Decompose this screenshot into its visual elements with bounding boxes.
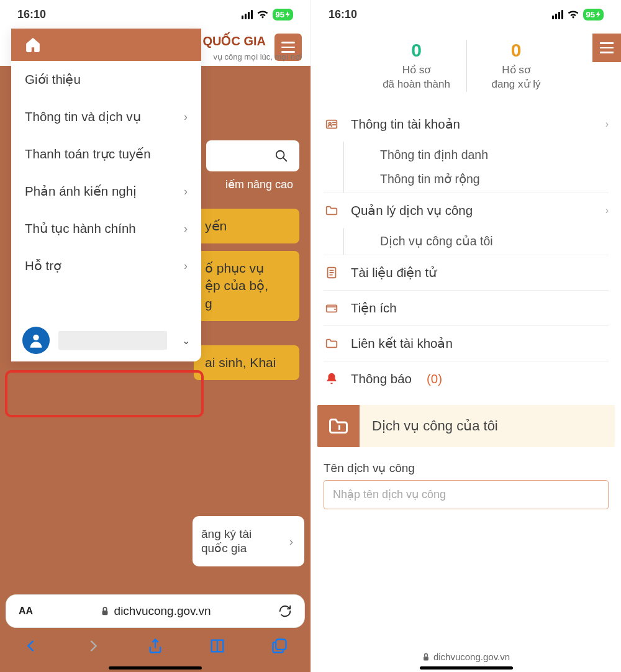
stats-row: 0 Hồ sơđã hoàn thành 0 Hồ sơđang xử lý [311, 29, 621, 107]
tabs-button[interactable] [271, 637, 288, 657]
id-card-icon [324, 117, 340, 131]
menu-sub-extended[interactable]: Thông tin mở rộng [343, 168, 609, 193]
font-size-button[interactable]: AA [19, 606, 33, 617]
page-subtitle: vụ công mọi lúc, mọi nơi [213, 52, 302, 61]
lock-icon [101, 606, 109, 616]
search-bar[interactable] [206, 140, 299, 171]
share-button[interactable] [147, 637, 164, 657]
menu-button[interactable] [592, 34, 621, 62]
bell-icon [324, 372, 340, 386]
menu-item-link-account[interactable]: Liên kết tài khoản [324, 325, 609, 361]
register-panel[interactable]: ăng ký tài quốc gia › [193, 516, 304, 566]
drawer-item-intro[interactable]: Giới thiệu [11, 61, 201, 98]
avatar-icon [22, 327, 50, 354]
wallet-icon [324, 301, 340, 315]
wifi-icon [256, 9, 269, 19]
svg-rect-8 [424, 656, 428, 660]
menu-item-services[interactable]: Quản lý dịch vụ công › [324, 193, 609, 228]
svg-rect-2 [102, 611, 107, 615]
service-card[interactable]: ố phục vụ ệp của bộ, g [194, 251, 299, 321]
menu-sub-identity[interactable]: Thông tin định danh [343, 142, 609, 168]
wifi-icon [567, 9, 579, 19]
chevron-right-icon: › [184, 260, 188, 273]
chevron-right-icon: › [184, 111, 188, 124]
folder-icon [324, 204, 340, 217]
document-icon [324, 266, 340, 279]
chevron-right-icon: › [289, 535, 293, 548]
svg-point-0 [276, 151, 284, 159]
drawer-item-info[interactable]: Thông tin và dịch vụ› [11, 98, 201, 135]
chevron-right-icon: › [605, 119, 609, 130]
status-time: 16:10 [17, 8, 46, 21]
status-time: 16:10 [329, 8, 357, 21]
navigation-drawer: Giới thiệu Thông tin và dịch vụ› Thanh t… [11, 29, 201, 361]
home-button[interactable] [11, 29, 201, 61]
drawer-item-payment[interactable]: Thanh toán trực tuyến [11, 135, 201, 173]
folder-info-icon [317, 405, 360, 447]
svg-point-1 [33, 335, 39, 340]
signal-icon [552, 10, 563, 19]
svg-rect-7 [327, 305, 337, 312]
stat-completed[interactable]: 0 Hồ sơđã hoàn thành [367, 40, 466, 92]
menu-item-account[interactable]: Thông tin tài khoản › [324, 107, 609, 142]
menu-item-notifications[interactable]: Thông báo (0) [324, 361, 609, 396]
notification-count: (0) [427, 371, 442, 386]
user-name [58, 331, 167, 350]
status-bar: 16:10 95 [0, 0, 310, 29]
bookmarks-button[interactable] [209, 637, 226, 657]
drawer-item-support[interactable]: Hỗ trợ› [11, 247, 201, 284]
drawer-item-feedback[interactable]: Phản ánh kiến nghị› [11, 173, 201, 210]
reload-icon[interactable] [278, 604, 292, 618]
url-display: dichvucong.gov.vn [101, 604, 211, 618]
forward-button [84, 637, 102, 657]
banner-title: Dịch vụ công của tôi [372, 418, 498, 434]
service-search-input[interactable] [324, 480, 609, 509]
battery-icon: 95 [583, 9, 604, 20]
menu-item-utilities[interactable]: Tiện ích [324, 290, 609, 325]
service-card[interactable]: yến [194, 209, 299, 243]
mini-url-bar[interactable]: dichvucong.gov.vn [311, 652, 621, 662]
search-label: Tên dịch vụ công [311, 447, 621, 480]
chevron-right-icon: › [184, 185, 188, 198]
drawer-item-procedures[interactable]: Thủ tục hành chính› [11, 210, 201, 247]
advanced-search-link[interactable]: iếm nâng cao [225, 178, 293, 191]
menu-item-documents[interactable]: Tài liệu điện tử [324, 255, 609, 290]
user-account-dropdown[interactable]: ⌄ [11, 319, 201, 361]
section-banner: Dịch vụ công của tôi [317, 405, 615, 447]
battery-icon: 95 [273, 9, 293, 20]
stat-processing[interactable]: 0 Hồ sơđang xử lý [466, 40, 566, 92]
account-menu: Thông tin tài khoản › Thông tin định dan… [311, 107, 621, 396]
chevron-right-icon: › [184, 222, 188, 235]
menu-sub-myservices[interactable]: Dịch vụ công của tôi [343, 228, 609, 255]
service-card[interactable]: ai sinh, Khai [194, 345, 299, 380]
signal-icon [242, 10, 253, 19]
lock-icon [422, 653, 430, 661]
svg-point-5 [329, 122, 331, 125]
chevron-right-icon: › [605, 205, 609, 216]
svg-rect-3 [276, 640, 286, 650]
home-indicator [420, 666, 513, 670]
folder-link-icon [324, 337, 340, 350]
home-icon [25, 37, 41, 53]
browser-toolbar [0, 632, 310, 662]
back-button[interactable] [22, 637, 40, 657]
home-indicator [109, 666, 202, 670]
chevron-down-icon: ⌄ [182, 335, 190, 347]
address-bar[interactable]: AA dichvucong.gov.vn [6, 595, 304, 627]
status-bar: 16:10 95 [311, 0, 621, 29]
search-icon [274, 149, 288, 163]
